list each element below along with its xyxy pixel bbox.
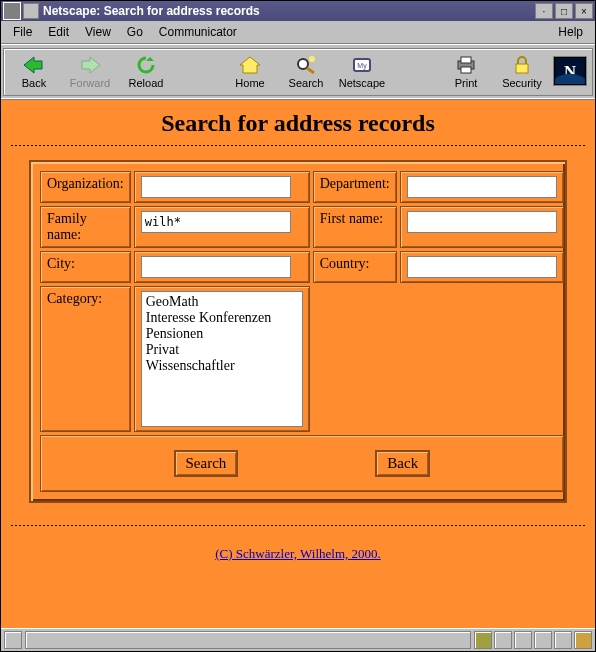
netscape-label: Netscape <box>339 77 385 89</box>
lock-icon <box>510 55 534 75</box>
menubar: File Edit View Go Communicator Help <box>1 21 595 44</box>
search-submit-button[interactable]: Search <box>174 450 239 477</box>
first-name-input[interactable] <box>407 211 557 233</box>
department-label: Department: <box>313 171 397 203</box>
menu-communicator[interactable]: Communicator <box>151 23 245 41</box>
back-arrow-icon <box>22 55 46 75</box>
svg-marker-1 <box>82 57 100 73</box>
family-name-input[interactable] <box>141 211 291 233</box>
netscape-logo[interactable]: N <box>550 54 590 90</box>
close-button[interactable]: × <box>575 3 593 19</box>
tray-icon[interactable] <box>574 631 592 649</box>
search-label: Search <box>289 77 324 89</box>
tray-icon[interactable] <box>534 631 552 649</box>
department-input[interactable] <box>407 176 557 198</box>
category-listbox[interactable]: GeoMathInteresse KonferenzenPensionenPri… <box>141 291 303 427</box>
search-form-table: Organization: Department: Family name: F… <box>37 168 567 495</box>
print-icon <box>454 55 478 75</box>
menu-file[interactable]: File <box>5 23 40 41</box>
category-option[interactable]: Wissenschaftler <box>146 358 298 374</box>
divider <box>11 145 585 146</box>
print-label: Print <box>455 77 478 89</box>
divider <box>11 525 585 526</box>
window-frame: Netscape: Search for address records · □… <box>0 0 596 652</box>
home-icon <box>238 55 262 75</box>
svg-marker-2 <box>146 57 154 61</box>
toolbar-wrap: Back Forward Reload Home Search My Nets <box>3 48 593 96</box>
city-label: City: <box>40 251 131 283</box>
content-area: Search for address records Organization:… <box>1 100 595 628</box>
status-security-icon[interactable] <box>4 631 22 649</box>
netscape-icon: My <box>350 55 374 75</box>
city-input[interactable] <box>141 256 291 278</box>
tray-icon[interactable] <box>514 631 532 649</box>
svg-text:My: My <box>357 62 367 70</box>
minimize-button[interactable]: · <box>535 3 553 19</box>
app-icon <box>3 2 21 20</box>
family-name-label: Family name: <box>40 206 131 248</box>
titlebar: Netscape: Search for address records · □… <box>1 1 595 21</box>
security-button[interactable]: Security <box>494 53 550 91</box>
search-form-frame: Organization: Department: Family name: F… <box>29 160 567 503</box>
window-title: Netscape: Search for address records <box>43 4 533 18</box>
first-name-label: First name: <box>313 206 397 248</box>
country-label: Country: <box>313 251 397 283</box>
print-button[interactable]: Print <box>438 53 494 91</box>
tray-icon[interactable] <box>494 631 512 649</box>
reload-label: Reload <box>129 77 164 89</box>
category-option[interactable]: GeoMath <box>146 294 298 310</box>
netscape-n-icon: N <box>553 56 587 86</box>
svg-line-5 <box>307 68 314 73</box>
back-button[interactable]: Back <box>6 53 62 91</box>
category-option[interactable]: Pensionen <box>146 326 298 342</box>
category-option[interactable]: Privat <box>146 342 298 358</box>
reload-icon <box>134 55 158 75</box>
home-label: Home <box>235 77 264 89</box>
svg-marker-0 <box>24 57 42 73</box>
menu-edit[interactable]: Edit <box>40 23 77 41</box>
category-option[interactable]: Interesse Konferenzen <box>146 310 298 326</box>
tray-icon[interactable] <box>554 631 572 649</box>
organization-input[interactable] <box>141 176 291 198</box>
maximize-button[interactable]: □ <box>555 3 573 19</box>
country-input[interactable] <box>407 256 557 278</box>
tray-icon[interactable] <box>474 631 492 649</box>
back-form-button[interactable]: Back <box>375 450 430 477</box>
svg-rect-12 <box>516 64 528 73</box>
menu-help[interactable]: Help <box>550 23 591 41</box>
statusbar <box>1 628 595 651</box>
svg-point-4 <box>298 59 308 69</box>
svg-marker-3 <box>240 57 260 73</box>
netscape-button[interactable]: My Netscape <box>334 53 390 91</box>
menu-view[interactable]: View <box>77 23 119 41</box>
copyright-link[interactable]: (C) Schwärzler, Wilhelm, 2000. <box>215 546 381 561</box>
pin-icon[interactable] <box>23 3 39 19</box>
organization-label: Organization: <box>40 171 131 203</box>
home-button[interactable]: Home <box>222 53 278 91</box>
menu-go[interactable]: Go <box>119 23 151 41</box>
back-label: Back <box>22 77 46 89</box>
page-title: Search for address records <box>11 110 585 137</box>
search-button[interactable]: Search <box>278 53 334 91</box>
status-message <box>25 631 471 649</box>
reload-button[interactable]: Reload <box>118 53 174 91</box>
svg-rect-11 <box>461 67 471 73</box>
forward-label: Forward <box>70 77 110 89</box>
status-tray <box>473 631 593 649</box>
security-label: Security <box>502 77 542 89</box>
category-label: Category: <box>40 286 131 432</box>
search-icon <box>294 55 318 75</box>
svg-point-6 <box>309 56 315 62</box>
toolbar: Back Forward Reload Home Search My Nets <box>1 44 595 100</box>
forward-arrow-icon <box>78 55 102 75</box>
svg-rect-10 <box>461 57 471 63</box>
forward-button: Forward <box>62 53 118 91</box>
copyright: (C) Schwärzler, Wilhelm, 2000. <box>11 546 585 562</box>
